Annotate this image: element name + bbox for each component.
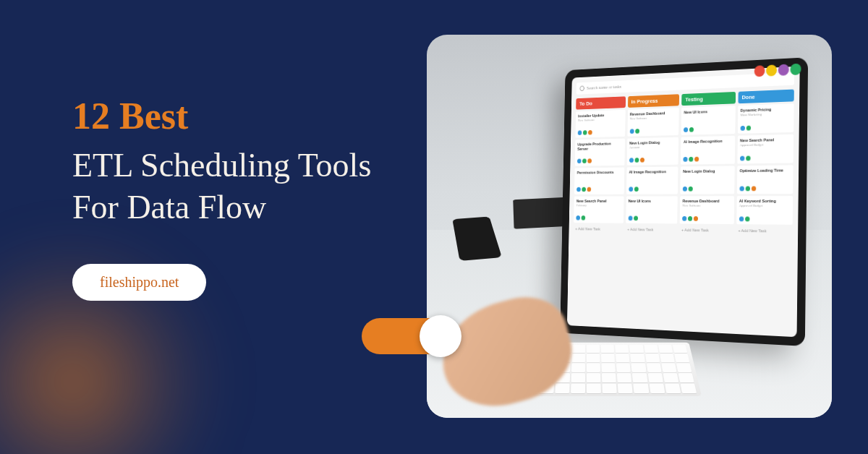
card-avatars	[739, 186, 791, 191]
keyboard-key	[601, 354, 615, 362]
kanban-card[interactable]: Optimize Loading Time	[736, 165, 793, 194]
card-avatars	[577, 158, 622, 163]
kanban-board: To DoInstaller UpdateNew SoftwareUpgrade…	[571, 90, 793, 331]
keyboard-key	[571, 363, 585, 372]
avatar-dot	[694, 157, 699, 162]
kanban-column: DoneDynamic PricingMass MarketingNew Sea…	[735, 90, 794, 331]
keyboard-key	[587, 373, 601, 382]
avatar-dot	[739, 216, 743, 221]
add-task-button[interactable]: + Add New Task	[679, 226, 733, 234]
kanban-card[interactable]: AI Image Recognition	[626, 167, 678, 194]
keyboard-key	[678, 373, 694, 382]
keyboard-key	[644, 345, 658, 354]
keyboard-key	[632, 373, 647, 382]
column-header: Done	[738, 90, 794, 104]
keyboard-key	[618, 383, 633, 393]
user-avatar[interactable]	[754, 65, 765, 77]
keyboard-key	[602, 373, 616, 382]
avatar-dot	[740, 156, 744, 161]
keyboard-key	[555, 383, 569, 393]
avatar-dot	[746, 156, 750, 161]
kanban-card[interactable]: New Search PanelFebruary	[574, 196, 624, 223]
card-title: Optimize Loading Time	[739, 168, 790, 173]
hero-image-frame: Search name or tasks To DoInstaller Upda…	[427, 35, 832, 418]
user-avatar[interactable]	[766, 64, 777, 76]
avatar-dot	[689, 187, 693, 192]
kanban-card[interactable]: Dynamic PricingMass Marketing	[737, 103, 793, 134]
kanban-card[interactable]: New Login DialogAccount	[626, 137, 678, 166]
card-avatars	[576, 187, 621, 192]
card-avatars	[576, 215, 621, 220]
avatar-dot	[634, 158, 639, 163]
keyboard-key	[634, 383, 649, 393]
keyboard-key	[676, 363, 692, 372]
avatar-dot	[587, 187, 591, 192]
keyboard-key	[603, 383, 617, 393]
website-pill[interactable]: fileshippo.net	[72, 264, 206, 301]
avatar-dot	[745, 186, 749, 191]
avatar-dot	[583, 130, 587, 135]
avatar-dot	[582, 215, 586, 220]
avatar-dot	[634, 216, 638, 221]
keyboard-key	[661, 363, 676, 372]
keyboard-key	[665, 383, 681, 393]
card-title: Permission Discounts	[577, 170, 622, 175]
avatar-dot	[640, 158, 644, 163]
kanban-card[interactable]: Installer UpdateNew Software	[575, 110, 625, 138]
user-avatar[interactable]	[790, 64, 801, 75]
kanban-card[interactable]: New Search PanelApproved Budget	[737, 134, 793, 164]
avatar-dot	[683, 157, 687, 162]
avatar-dot	[576, 187, 581, 192]
card-title: New Login Dialog	[683, 168, 731, 174]
kanban-card[interactable]: Revenue DashboardNew Software	[627, 108, 679, 137]
card-avatars	[578, 129, 623, 135]
column-header: To Do	[576, 96, 625, 109]
user-avatar[interactable]	[778, 64, 789, 75]
card-avatars	[629, 157, 676, 163]
kanban-card[interactable]: AI Image Recognition	[681, 136, 735, 165]
card-avatars	[739, 216, 790, 221]
avatar-dot	[689, 157, 693, 162]
toggle-switch[interactable]	[362, 318, 456, 354]
tablet-screen: Search name or tasks To DoInstaller Upda…	[567, 67, 800, 338]
kanban-card[interactable]: New UI Icons	[681, 106, 736, 135]
avatar-dot	[588, 130, 592, 135]
kanban-card[interactable]: Upgrade Production Server	[575, 139, 625, 166]
card-title: AI Image Recognition	[629, 169, 676, 174]
avatar-dot	[582, 187, 586, 192]
keyboard-key	[571, 354, 585, 362]
card-avatars	[684, 126, 732, 132]
avatar-dot	[745, 216, 749, 221]
keyboard-key	[663, 373, 678, 382]
add-task-button[interactable]: + Add New Task	[736, 226, 793, 236]
avatar-dot	[629, 129, 634, 134]
kanban-card[interactable]: Permission Discounts	[574, 168, 624, 194]
add-task-button[interactable]: + Add New Task	[574, 225, 624, 234]
avatar-dot	[684, 127, 688, 132]
keyboard-key	[673, 345, 688, 354]
card-title: New UI Icons	[629, 199, 676, 203]
avatar-dot	[688, 216, 692, 221]
avatar-dot	[740, 126, 744, 131]
avatar-dot	[682, 216, 686, 221]
kanban-card[interactable]: New UI Icons	[626, 196, 678, 223]
kanban-card[interactable]: New Login Dialog	[680, 166, 734, 194]
add-task-button[interactable]: + Add New Task	[626, 226, 678, 234]
column-header: In Progress	[628, 94, 679, 108]
keyboard-key	[645, 354, 660, 362]
avatar-dot	[587, 158, 592, 163]
keyboard-key	[629, 345, 644, 354]
headline-main: ETL Scheduling Tools For Data Flow	[72, 145, 420, 228]
keyboard-key	[571, 383, 585, 393]
kanban-card[interactable]: AI Keyword SortingApproved Budget	[736, 196, 793, 225]
avatar-dot	[577, 159, 582, 163]
keyboard-key	[631, 363, 646, 372]
phone-prop	[452, 216, 502, 261]
keyboard-key	[602, 363, 616, 372]
kanban-card[interactable]: Revenue DashboardNew Software	[680, 196, 734, 224]
avatar-dot	[629, 158, 634, 163]
keyboard-key	[616, 363, 631, 372]
keyboard-key	[587, 383, 601, 393]
search-icon	[579, 86, 584, 92]
card-subtitle: New Software	[682, 203, 731, 207]
